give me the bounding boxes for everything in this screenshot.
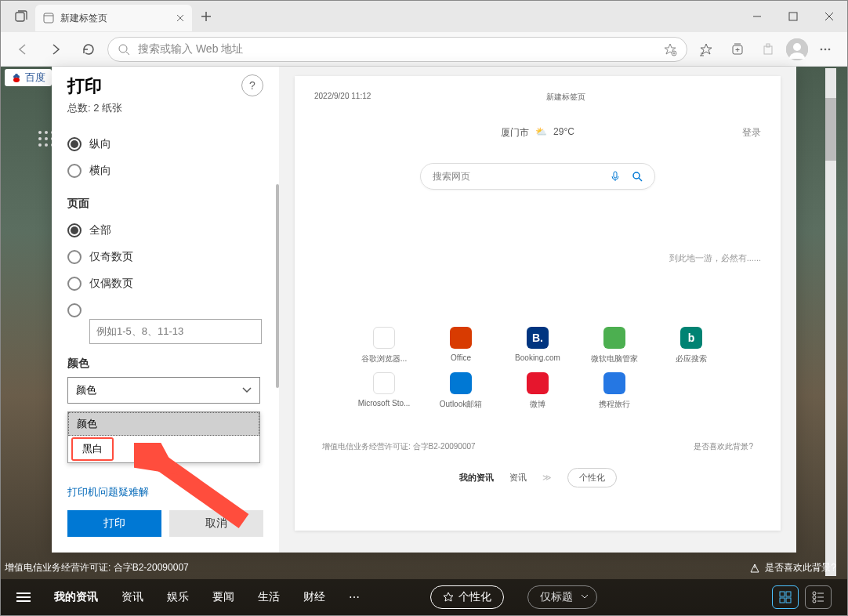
tile: 携程旅行 (584, 372, 645, 410)
radio-icon (67, 137, 82, 151)
svg-point-33 (38, 131, 42, 134)
nav-news[interactable]: 资讯 (121, 590, 143, 604)
radio-icon (67, 164, 82, 178)
close-button[interactable] (811, 1, 847, 32)
back-button[interactable] (9, 35, 37, 63)
svg-rect-47 (780, 598, 785, 603)
print-dialog: 打印 总数: 2 纸张 ? 纵向 横向 页面 全部 仅奇数页 (52, 67, 796, 553)
extensions-button[interactable] (755, 35, 783, 63)
mic-icon (610, 171, 621, 182)
browser-tab[interactable]: 新建标签页 (35, 5, 192, 31)
color-option-bw[interactable]: 黑白 (71, 437, 114, 461)
title-only-select[interactable]: 仅标题 (527, 585, 597, 609)
tile: Microsoft Sto... (353, 372, 415, 410)
forward-button[interactable] (42, 35, 70, 63)
print-subtitle: 总数: 2 纸张 (67, 101, 122, 115)
preview-weather: 厦门市 ⛅ 29°C 登录 (314, 126, 761, 140)
tabs-button[interactable] (7, 2, 35, 31)
bg-site-label[interactable]: 百度 (5, 69, 52, 86)
tile: Outlook邮箱 (430, 372, 491, 410)
color-option-color[interactable]: 颜色 (68, 412, 259, 436)
svg-rect-46 (786, 592, 791, 596)
layout-list-button[interactable] (805, 585, 832, 609)
bg-nav-bar: 我的资讯 资讯 娱乐 要闻 生活 财经 ⋯ 个性化 仅标题 (1, 579, 847, 615)
radio-icon (67, 277, 82, 291)
pages-even[interactable]: 仅偶数页 (67, 270, 259, 297)
svg-point-53 (813, 600, 816, 603)
svg-rect-45 (780, 592, 785, 596)
nav-my-news[interactable]: 我的资讯 (54, 590, 98, 604)
window-controls (739, 1, 847, 32)
preview-timestamp: 2022/9/20 11:12 (314, 92, 371, 103)
new-tab-button[interactable] (192, 2, 220, 31)
minimize-button[interactable] (739, 1, 775, 32)
radio-icon (67, 303, 82, 317)
pages-label: 页面 (67, 197, 259, 211)
profile-avatar[interactable] (786, 38, 808, 60)
toolbar-right (692, 35, 839, 63)
tile: 谷歌浏览器... (353, 327, 415, 364)
bg-like-prompt[interactable]: 是否喜欢此背景? (749, 561, 836, 574)
tab-close-icon[interactable] (176, 14, 184, 22)
orientation-portrait[interactable]: 纵向 (67, 131, 259, 158)
chevron-down-icon (242, 387, 252, 393)
help-button[interactable]: ? (241, 74, 263, 96)
search-icon (632, 171, 643, 182)
svg-line-58 (639, 178, 642, 181)
svg-rect-1 (44, 13, 53, 23)
titlebar: 新建标签页 (1, 1, 847, 32)
favorite-icon[interactable] (663, 42, 677, 56)
tile: Office (430, 327, 491, 364)
preview-like: 是否喜欢此背景? (694, 441, 753, 452)
favorites-button[interactable] (692, 35, 720, 63)
color-select[interactable]: 颜色 (67, 377, 260, 404)
pages-all[interactable]: 全部 (67, 217, 259, 244)
refresh-button[interactable] (74, 35, 103, 63)
nav-entertainment[interactable]: 娱乐 (167, 590, 189, 604)
orientation-landscape[interactable]: 横向 (67, 158, 259, 184)
print-button[interactable]: 打印 (67, 510, 161, 537)
tile: b必应搜索 (661, 327, 722, 364)
hamburger-icon[interactable] (16, 592, 31, 603)
svg-point-51 (813, 596, 816, 599)
svg-rect-56 (614, 172, 617, 178)
collections-button[interactable] (723, 35, 752, 63)
nav-finance[interactable]: 财经 (303, 590, 325, 604)
nav-more[interactable]: ⋯ (349, 591, 360, 603)
search-icon (118, 43, 130, 56)
tile: 微软电脑管家 (584, 327, 645, 364)
panel-scrollbar[interactable] (276, 184, 279, 388)
svg-point-36 (38, 137, 42, 140)
svg-point-27 (824, 48, 827, 50)
print-title: 打印 (67, 74, 122, 98)
preview-page: 2022/9/20 11:12 新建标签页 厦门市 ⛅ 29°C 登录 搜索网页… (295, 76, 781, 531)
nav-headline[interactable]: 要闻 (212, 590, 234, 604)
preview-title: 新建标签页 (546, 92, 585, 103)
weather-icon: ⛅ (535, 126, 547, 140)
address-bar[interactable]: 搜索或输入 Web 地址 (107, 37, 687, 62)
maximize-button[interactable] (775, 1, 811, 32)
troubleshoot-link[interactable]: 打印机问题疑难解 (67, 485, 263, 499)
page-range-input[interactable] (89, 319, 262, 344)
nav-life[interactable]: 生活 (258, 590, 280, 604)
tab-title: 新建标签页 (60, 12, 107, 25)
tile: 微博 (507, 372, 568, 410)
svg-point-34 (45, 131, 48, 134)
radio-icon (67, 250, 82, 264)
preview-license: 增值电信业务经营许可证: 合字B2-20090007 (322, 441, 476, 452)
svg-point-32 (13, 78, 20, 82)
pages-odd[interactable]: 仅奇数页 (67, 244, 259, 270)
personalize-button[interactable]: 个性化 (430, 585, 504, 609)
svg-rect-0 (16, 13, 24, 21)
preview-bottom-nav: 我的资讯 资讯 ≫ 个性化 (314, 468, 761, 487)
page-scrollbar[interactable] (825, 68, 836, 576)
svg-line-12 (126, 52, 129, 55)
print-preview: 2022/9/20 11:12 新建标签页 厦门市 ⛅ 29°C 登录 搜索网页… (279, 67, 796, 553)
svg-point-49 (813, 592, 816, 595)
cancel-button[interactable]: 取消 (169, 510, 263, 537)
layout-grid-button[interactable] (772, 585, 799, 609)
page-icon (43, 13, 54, 24)
menu-button[interactable] (811, 35, 839, 63)
svg-point-11 (119, 45, 127, 53)
svg-rect-48 (786, 598, 791, 603)
